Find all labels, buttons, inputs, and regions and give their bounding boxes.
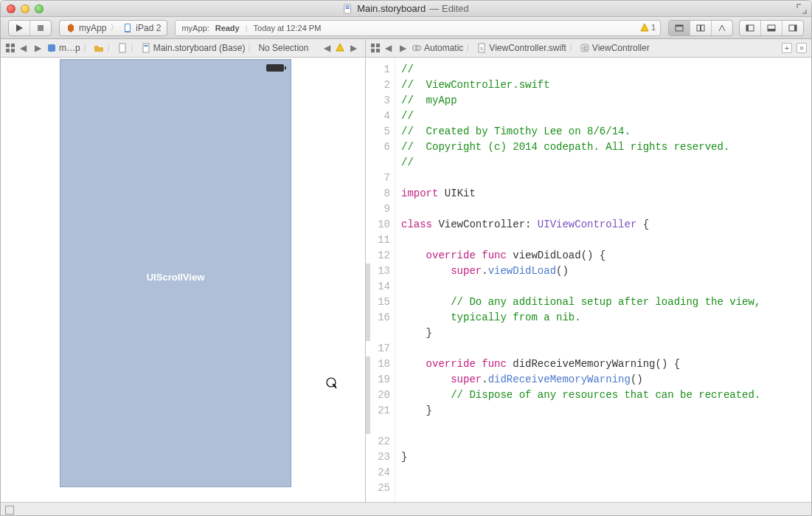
assistant-file[interactable]: s ViewController.swift: [476, 43, 566, 53]
assistant-pane-controls: + ×: [782, 43, 807, 53]
crumb-project[interactable]: m…p: [46, 43, 80, 53]
line-number: 23: [366, 450, 390, 465]
line-number: 4: [366, 109, 390, 124]
battery-icon: [266, 64, 284, 72]
svg-point-34: [327, 378, 336, 387]
add-assistant-button[interactable]: +: [782, 43, 792, 53]
next-issue-button[interactable]: ▶: [347, 43, 359, 53]
activity-viewer: myApp: Ready | Today at 12:24 PM 1: [175, 20, 661, 36]
line-number: 25: [366, 481, 390, 496]
document-outline-toggle[interactable]: [5, 506, 14, 515]
scheme-device-label: iPad 2: [136, 23, 161, 33]
ios-statusbar: [61, 61, 290, 75]
zoom-button[interactable]: [35, 4, 44, 13]
activity-time: Today at 12:24 PM: [254, 24, 322, 32]
title-suffix: — Edited: [429, 3, 468, 14]
svg-rect-15: [794, 25, 797, 31]
crumb-selection-label: No Selection: [258, 43, 308, 53]
toggle-debug-area-button[interactable]: [761, 21, 782, 35]
stop-button[interactable]: [30, 21, 51, 35]
assistant-back-button[interactable]: ◀: [382, 43, 394, 53]
editor-area: UIScrollView 1 2 3 4 5 6 7 8 9 10 11 12 …: [1, 58, 811, 502]
activity-app: myApp:: [181, 24, 209, 32]
scheme-separator: 〉: [109, 21, 119, 34]
device-icon: [122, 23, 133, 33]
crumb-folder[interactable]: [94, 43, 104, 53]
assistant-history-nav: ◀ ▶: [382, 43, 409, 53]
assistant-forward-button[interactable]: ▶: [397, 43, 409, 53]
minimize-button[interactable]: [21, 4, 30, 13]
svg-rect-18: [6, 49, 10, 52]
related-items-icon[interactable]: [5, 43, 15, 53]
class-icon: C: [580, 43, 590, 53]
activity-status: Ready: [215, 24, 240, 32]
svg-rect-27: [376, 49, 380, 52]
line-number: 1: [366, 62, 390, 78]
svg-rect-5: [125, 24, 130, 31]
prev-issue-button[interactable]: ◀: [321, 43, 333, 53]
line-number: 24: [366, 465, 390, 481]
svg-rect-11: [746, 25, 749, 31]
storyboard-icon: [141, 43, 151, 53]
line-number: 3: [366, 93, 390, 109]
crumb-sep-4: 〉: [246, 42, 257, 55]
assistant-class-label: ViewController: [592, 43, 650, 53]
svg-rect-26: [371, 49, 375, 52]
source-code[interactable]: // // ViewController.swift // myApp // /…: [395, 58, 811, 502]
file-icon: [117, 43, 128, 53]
line-number: 6: [366, 140, 390, 155]
fold-bar-2: [366, 357, 370, 434]
assistant-related-icon[interactable]: [370, 43, 381, 53]
line-number: 2: [366, 78, 390, 93]
line-number: 10: [366, 217, 390, 233]
jumpbars: ◀ ▶ m…p 〉 〉 〉 Main.storyboard (Base) 〉 N…: [1, 39, 811, 58]
line-number: 17: [366, 341, 390, 357]
crumb-storyboard[interactable]: Main.storyboard (Base): [141, 43, 246, 53]
folder-group-icon: [94, 43, 104, 53]
run-button[interactable]: [9, 21, 30, 35]
svg-rect-20: [48, 44, 55, 52]
fullscreen-icon[interactable]: [797, 4, 807, 14]
run-stop-group: [8, 20, 52, 36]
forward-button[interactable]: ▶: [32, 43, 44, 53]
close-assistant-button[interactable]: ×: [797, 43, 807, 53]
assistant-sep-1: 〉: [465, 42, 475, 55]
line-number: 5: [366, 124, 390, 140]
toggle-utilities-button[interactable]: [782, 21, 803, 35]
history-nav: ◀ ▶: [17, 43, 44, 53]
toggle-navigator-button[interactable]: [740, 21, 761, 35]
svg-rect-16: [6, 44, 10, 47]
version-editor-button[interactable]: [712, 21, 732, 35]
scheme-selector[interactable]: myApp 〉 iPad 2: [59, 20, 167, 36]
svg-rect-8: [697, 25, 701, 31]
line-number: 11: [366, 233, 390, 248]
warnings-badge[interactable]: 1: [640, 23, 656, 32]
issue-warning-icon: [336, 43, 344, 52]
assistant-class[interactable]: C ViewController: [580, 43, 650, 53]
assistant-file-label: ViewController.swift: [489, 43, 566, 53]
toolbar-right-group: [668, 20, 804, 36]
standard-editor-button[interactable]: [669, 21, 690, 35]
crumb-selection[interactable]: No Selection: [258, 43, 308, 53]
warning-icon: [640, 23, 649, 32]
crumb-storyboard-label: Main.storyboard (Base): [153, 43, 246, 53]
svg-rect-3: [38, 25, 44, 31]
activity-divider: |: [246, 24, 248, 32]
assistant-editor-button[interactable]: [690, 21, 712, 35]
crumb-sep-3: 〉: [129, 42, 139, 55]
svg-rect-0: [344, 4, 351, 13]
warnings-count: 1: [651, 23, 656, 32]
source-editor-pane: 1 2 3 4 5 6 7 8 9 10 11 12 13 14 15 16 1…: [366, 58, 811, 502]
back-button[interactable]: ◀: [17, 43, 29, 53]
assistant-mode[interactable]: Automatic: [412, 43, 463, 53]
line-number: 9: [366, 202, 390, 217]
crumb-project-label: m…p: [59, 43, 80, 53]
svg-rect-24: [371, 44, 375, 47]
left-jumpbar: ◀ ▶ m…p 〉 〉 〉 Main.storyboard (Base) 〉 N…: [1, 39, 366, 57]
close-button[interactable]: [7, 4, 15, 13]
svg-rect-25: [376, 44, 380, 47]
uiscrollview-label: UIScrollView: [60, 272, 291, 283]
assistant-mode-label: Automatic: [424, 43, 463, 53]
interface-builder-pane[interactable]: UIScrollView: [1, 58, 366, 502]
crumb-file-icon-only[interactable]: [117, 43, 128, 53]
